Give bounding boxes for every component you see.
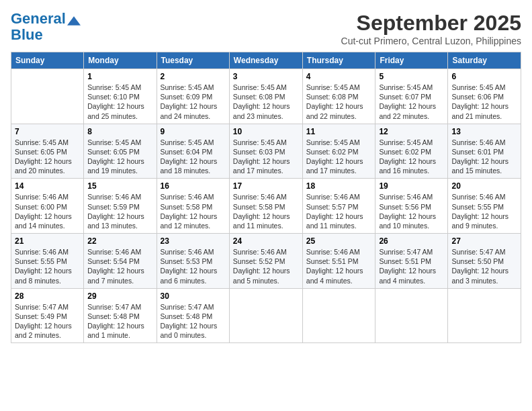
day-number: 17 [233,181,299,191]
calendar-header-cell: Saturday [448,52,521,69]
cell-info: Sunrise: 5:46 AMSunset: 5:53 PMDaylight:… [161,247,226,285]
day-number: 5 [379,72,444,81]
calendar-header-cell: Thursday [302,52,375,69]
cell-info: Sunrise: 5:47 AMSunset: 5:51 PMDaylight:… [379,247,444,285]
day-number: 11 [306,127,372,136]
cell-info: Sunrise: 5:47 AMSunset: 5:49 PMDaylight:… [15,302,80,340]
calendar-cell: 1Sunrise: 5:45 AMSunset: 6:10 PMDaylight… [84,69,157,124]
day-number: 20 [451,181,517,191]
calendar-cell: 14Sunrise: 5:46 AMSunset: 6:00 PMDayligh… [11,179,84,234]
calendar-header-cell: Monday [84,52,157,69]
calendar-cell: 11Sunrise: 5:45 AMSunset: 6:02 PMDayligh… [302,124,375,179]
calendar-cell [11,69,84,124]
page-header: GeneralBlue September 2025 Cut-cut Prime… [11,11,521,46]
cell-info: Sunrise: 5:45 AMSunset: 6:02 PMDaylight:… [379,138,444,176]
cell-info: Sunrise: 5:45 AMSunset: 6:08 PMDaylight:… [233,83,299,121]
calendar-cell [229,288,302,343]
calendar-cell: 19Sunrise: 5:46 AMSunset: 5:56 PMDayligh… [375,179,448,234]
cell-info: Sunrise: 5:47 AMSunset: 5:50 PMDaylight:… [451,247,517,285]
calendar-cell: 27Sunrise: 5:47 AMSunset: 5:50 PMDayligh… [448,234,521,289]
day-number: 4 [306,72,372,81]
day-number: 28 [15,291,80,301]
cell-info: Sunrise: 5:46 AMSunset: 5:55 PMDaylight:… [451,192,517,230]
day-number: 18 [306,181,372,191]
day-number: 30 [161,291,226,301]
day-number: 1 [87,72,152,81]
calendar-header-cell: Sunday [11,52,84,69]
calendar-cell: 12Sunrise: 5:45 AMSunset: 6:02 PMDayligh… [375,124,448,179]
calendar-cell: 6Sunrise: 5:45 AMSunset: 6:06 PMDaylight… [448,69,521,124]
calendar-cell: 22Sunrise: 5:46 AMSunset: 5:54 PMDayligh… [84,234,157,289]
calendar-cell: 10Sunrise: 5:45 AMSunset: 6:03 PMDayligh… [229,124,302,179]
day-number: 29 [87,291,152,301]
calendar-cell: 17Sunrise: 5:46 AMSunset: 5:58 PMDayligh… [229,179,302,234]
month-title: September 2025 [341,11,521,36]
calendar-cell: 20Sunrise: 5:46 AMSunset: 5:55 PMDayligh… [448,179,521,234]
cell-info: Sunrise: 5:45 AMSunset: 6:06 PMDaylight:… [451,83,517,121]
cell-info: Sunrise: 5:47 AMSunset: 5:48 PMDaylight:… [87,302,152,340]
calendar-header-cell: Wednesday [229,52,302,69]
day-number: 16 [161,181,226,191]
day-number: 25 [306,236,372,246]
calendar-cell [375,288,448,343]
cell-info: Sunrise: 5:46 AMSunset: 5:55 PMDaylight:… [15,247,80,285]
cell-info: Sunrise: 5:46 AMSunset: 5:52 PMDaylight:… [233,247,299,285]
cell-info: Sunrise: 5:46 AMSunset: 5:54 PMDaylight:… [87,247,152,285]
calendar-header-cell: Friday [375,52,448,69]
day-number: 9 [161,127,226,136]
cell-info: Sunrise: 5:45 AMSunset: 6:02 PMDaylight:… [306,138,372,176]
cell-info: Sunrise: 5:47 AMSunset: 5:48 PMDaylight:… [161,302,226,340]
calendar-cell [302,288,375,343]
cell-info: Sunrise: 5:46 AMSunset: 6:00 PMDaylight:… [15,192,80,230]
day-number: 6 [451,72,517,81]
day-number: 13 [451,127,517,136]
calendar-cell: 13Sunrise: 5:46 AMSunset: 6:01 PMDayligh… [448,124,521,179]
calendar-header-row: SundayMondayTuesdayWednesdayThursdayFrid… [11,52,521,69]
day-number: 24 [233,236,299,246]
day-number: 19 [379,181,444,191]
day-number: 8 [87,127,152,136]
day-number: 22 [87,236,152,246]
day-number: 23 [161,236,226,246]
logo-text: GeneralBlue [11,11,66,43]
calendar-week-row: 28Sunrise: 5:47 AMSunset: 5:49 PMDayligh… [11,288,521,343]
day-number: 10 [233,127,299,136]
calendar-cell: 26Sunrise: 5:47 AMSunset: 5:51 PMDayligh… [375,234,448,289]
day-number: 14 [15,181,80,191]
calendar-cell: 28Sunrise: 5:47 AMSunset: 5:49 PMDayligh… [11,288,84,343]
day-number: 26 [379,236,444,246]
calendar-cell: 29Sunrise: 5:47 AMSunset: 5:48 PMDayligh… [84,288,157,343]
calendar: SundayMondayTuesdayWednesdayThursdayFrid… [11,52,521,343]
cell-info: Sunrise: 5:45 AMSunset: 6:04 PMDaylight:… [161,138,226,176]
day-number: 15 [87,181,152,191]
day-number: 12 [379,127,444,136]
logo-icon [67,16,81,26]
calendar-body: 1Sunrise: 5:45 AMSunset: 6:10 PMDaylight… [11,69,521,343]
calendar-cell: 24Sunrise: 5:46 AMSunset: 5:52 PMDayligh… [229,234,302,289]
cell-info: Sunrise: 5:45 AMSunset: 6:03 PMDaylight:… [233,138,299,176]
calendar-cell: 3Sunrise: 5:45 AMSunset: 6:08 PMDaylight… [229,69,302,124]
calendar-week-row: 21Sunrise: 5:46 AMSunset: 5:55 PMDayligh… [11,234,521,289]
cell-info: Sunrise: 5:45 AMSunset: 6:10 PMDaylight:… [87,83,152,121]
cell-info: Sunrise: 5:45 AMSunset: 6:05 PMDaylight:… [87,138,152,176]
calendar-cell: 16Sunrise: 5:46 AMSunset: 5:58 PMDayligh… [157,179,229,234]
cell-info: Sunrise: 5:45 AMSunset: 6:07 PMDaylight:… [379,83,444,121]
calendar-cell: 4Sunrise: 5:45 AMSunset: 6:08 PMDaylight… [302,69,375,124]
calendar-cell: 18Sunrise: 5:46 AMSunset: 5:57 PMDayligh… [302,179,375,234]
cell-info: Sunrise: 5:45 AMSunset: 6:08 PMDaylight:… [306,83,372,121]
day-number: 21 [15,236,80,246]
svg-marker-0 [67,17,81,26]
day-number: 27 [451,236,517,246]
calendar-cell: 8Sunrise: 5:45 AMSunset: 6:05 PMDaylight… [84,124,157,179]
calendar-cell: 5Sunrise: 5:45 AMSunset: 6:07 PMDaylight… [375,69,448,124]
cell-info: Sunrise: 5:45 AMSunset: 6:09 PMDaylight:… [161,83,226,121]
cell-info: Sunrise: 5:46 AMSunset: 5:57 PMDaylight:… [306,192,372,230]
calendar-cell: 21Sunrise: 5:46 AMSunset: 5:55 PMDayligh… [11,234,84,289]
calendar-cell: 23Sunrise: 5:46 AMSunset: 5:53 PMDayligh… [157,234,229,289]
title-block: September 2025 Cut-cut Primero, Central … [341,11,521,46]
calendar-cell: 7Sunrise: 5:45 AMSunset: 6:05 PMDaylight… [11,124,84,179]
day-number: 7 [15,127,80,136]
calendar-week-row: 1Sunrise: 5:45 AMSunset: 6:10 PMDaylight… [11,69,521,124]
logo: GeneralBlue [11,11,81,43]
day-number: 3 [233,72,299,81]
